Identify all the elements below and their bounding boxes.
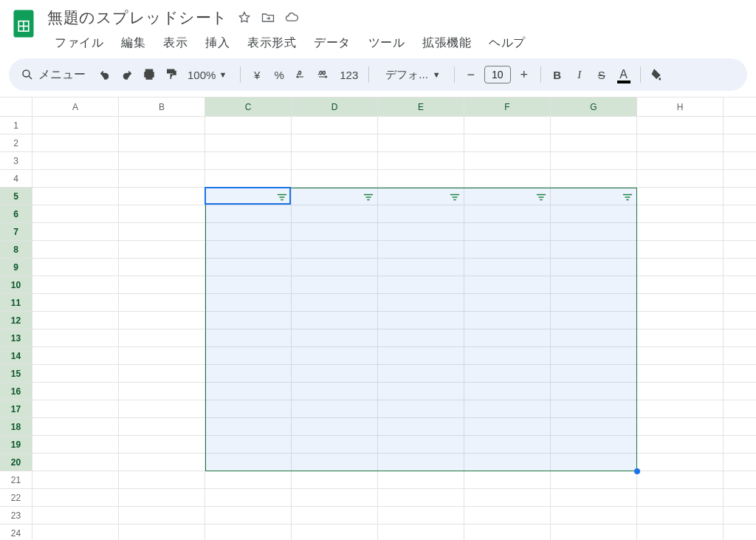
row-header-3[interactable]: 3 xyxy=(0,152,32,169)
cell-F11[interactable] xyxy=(464,294,551,311)
cell-B12[interactable] xyxy=(119,312,205,329)
cell-C10[interactable] xyxy=(205,276,292,293)
cell-A20[interactable] xyxy=(32,454,119,471)
cell-F14[interactable] xyxy=(464,347,551,364)
cell-H14[interactable] xyxy=(637,347,724,364)
cell-G5[interactable] xyxy=(551,188,637,205)
cell-D3[interactable] xyxy=(292,152,378,169)
cell-B6[interactable] xyxy=(119,205,205,222)
column-header-E[interactable]: E xyxy=(378,98,464,116)
strikethrough-button[interactable]: S xyxy=(591,64,612,86)
cell-G3[interactable] xyxy=(551,152,637,169)
cell-A5[interactable] xyxy=(32,188,119,205)
row-header-24[interactable]: 24 xyxy=(0,524,32,540)
select-all-corner[interactable] xyxy=(0,98,32,116)
cell-A19[interactable] xyxy=(32,436,119,453)
cell-D21[interactable] xyxy=(292,471,378,488)
cell-D9[interactable] xyxy=(292,259,378,276)
row-header-15[interactable]: 15 xyxy=(0,365,32,382)
cell-E4[interactable] xyxy=(378,170,464,187)
menu-tools[interactable]: ツール xyxy=(361,33,413,54)
cell-H13[interactable] xyxy=(637,329,724,346)
cell-H3[interactable] xyxy=(637,152,724,169)
column-header-C[interactable]: C xyxy=(205,98,292,116)
cell-D8[interactable] xyxy=(292,241,378,258)
cell-D23[interactable] xyxy=(292,507,378,524)
cell-E17[interactable] xyxy=(378,400,464,417)
cell-E23[interactable] xyxy=(378,507,464,524)
cell-D4[interactable] xyxy=(292,170,378,187)
cell-G11[interactable] xyxy=(551,294,637,311)
cell-C5[interactable] xyxy=(205,188,292,205)
cell-G1[interactable] xyxy=(551,117,637,134)
row-header-21[interactable]: 21 xyxy=(0,471,32,488)
cell-E15[interactable] xyxy=(378,365,464,382)
row-header-11[interactable]: 11 xyxy=(0,294,32,311)
cell-E5[interactable] xyxy=(378,188,464,205)
cell-F21[interactable] xyxy=(464,471,551,488)
cell-G14[interactable] xyxy=(551,347,637,364)
cell-G8[interactable] xyxy=(551,241,637,258)
italic-button[interactable]: I xyxy=(569,64,590,86)
cell-B7[interactable] xyxy=(119,223,205,240)
menu-data[interactable]: データ xyxy=(306,33,358,54)
cell-A14[interactable] xyxy=(32,347,119,364)
cell-G15[interactable] xyxy=(551,365,637,382)
cell-E18[interactable] xyxy=(378,418,464,435)
cell-D11[interactable] xyxy=(292,294,378,311)
cell-A2[interactable] xyxy=(32,134,119,151)
cell-C4[interactable] xyxy=(205,170,292,187)
zoom-dropdown[interactable]: 100% ▼ xyxy=(183,64,234,86)
cell-C1[interactable] xyxy=(205,117,292,134)
cell-B15[interactable] xyxy=(119,365,205,382)
cell-F9[interactable] xyxy=(464,259,551,276)
cell-E21[interactable] xyxy=(378,471,464,488)
row-header-23[interactable]: 23 xyxy=(0,507,32,524)
increase-decimal-button[interactable]: .00 xyxy=(313,64,334,86)
cell-B13[interactable] xyxy=(119,329,205,346)
document-title[interactable]: 無題のスプレッドシート xyxy=(47,7,228,28)
cell-D20[interactable] xyxy=(292,454,378,471)
row-header-5[interactable]: 5 xyxy=(0,188,32,205)
cell-C24[interactable] xyxy=(205,524,292,540)
cell-A21[interactable] xyxy=(32,471,119,488)
cell-F10[interactable] xyxy=(464,276,551,293)
cell-A13[interactable] xyxy=(32,329,119,346)
cell-G16[interactable] xyxy=(551,383,637,400)
row-header-9[interactable]: 9 xyxy=(0,259,32,276)
move-folder-icon[interactable] xyxy=(261,10,275,25)
print-button[interactable] xyxy=(139,64,159,86)
cell-G17[interactable] xyxy=(551,400,637,417)
cell-F17[interactable] xyxy=(464,400,551,417)
row-header-18[interactable]: 18 xyxy=(0,418,32,435)
cell-H21[interactable] xyxy=(637,471,724,488)
cell-D24[interactable] xyxy=(292,524,378,540)
cell-F22[interactable] xyxy=(464,489,551,506)
cell-A10[interactable] xyxy=(32,276,119,293)
cell-A18[interactable] xyxy=(32,418,119,435)
cell-D1[interactable] xyxy=(292,117,378,134)
cell-H5[interactable] xyxy=(637,188,724,205)
decrease-decimal-button[interactable]: .0 xyxy=(291,64,312,86)
cell-D7[interactable] xyxy=(292,223,378,240)
cell-H23[interactable] xyxy=(637,507,724,524)
row-header-19[interactable]: 19 xyxy=(0,436,32,453)
star-icon[interactable] xyxy=(237,10,252,25)
cell-H4[interactable] xyxy=(637,170,724,187)
cell-H15[interactable] xyxy=(637,365,724,382)
cell-F19[interactable] xyxy=(464,436,551,453)
undo-button[interactable] xyxy=(94,64,115,86)
cell-F3[interactable] xyxy=(464,152,551,169)
cell-E10[interactable] xyxy=(378,276,464,293)
cell-C7[interactable] xyxy=(205,223,292,240)
cell-D10[interactable] xyxy=(292,276,378,293)
cell-G19[interactable] xyxy=(551,436,637,453)
cell-C16[interactable] xyxy=(205,383,292,400)
cell-A16[interactable] xyxy=(32,383,119,400)
cell-C18[interactable] xyxy=(205,418,292,435)
cell-F12[interactable] xyxy=(464,312,551,329)
row-header-10[interactable]: 10 xyxy=(0,276,32,293)
cell-B16[interactable] xyxy=(119,383,205,400)
cell-C3[interactable] xyxy=(205,152,292,169)
cell-B21[interactable] xyxy=(119,471,205,488)
